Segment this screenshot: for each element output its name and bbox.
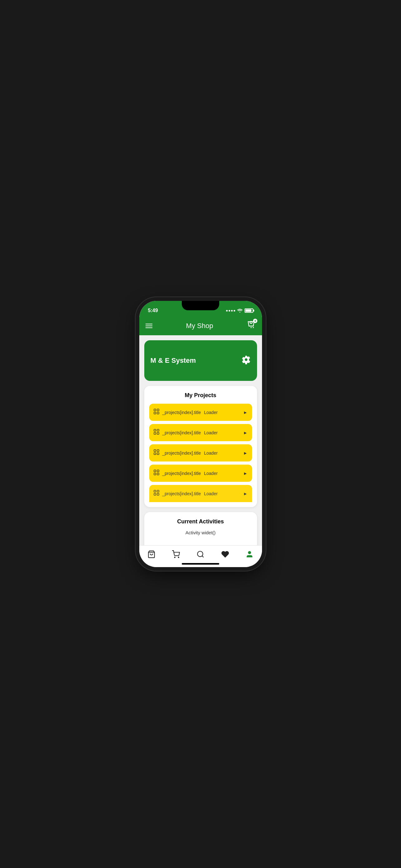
svg-rect-3 <box>154 409 156 411</box>
svg-rect-21 <box>154 493 156 495</box>
project-loader: Loader <box>204 491 218 496</box>
cart-icon <box>172 550 180 560</box>
svg-point-0 <box>251 327 252 328</box>
svg-rect-7 <box>154 429 156 431</box>
project-item-left: _projects[index].title Loader <box>154 490 218 497</box>
status-icons <box>226 308 253 313</box>
hamburger-menu-button[interactable] <box>145 324 153 328</box>
project-item-partial[interactable]: _projects[index].title Loader ► <box>149 485 252 502</box>
basket-icon <box>147 550 156 560</box>
project-title-group: _projects[index].title Loader <box>162 430 218 435</box>
project-arrow-icon: ► <box>243 451 248 456</box>
projects-section: My Projects _projects <box>144 386 257 507</box>
project-loader: Loader <box>204 471 218 476</box>
svg-point-26 <box>197 551 203 556</box>
svg-rect-9 <box>154 432 156 434</box>
project-title: _projects[index].title <box>162 430 201 435</box>
project-title-group: _projects[index].title Loader <box>162 410 218 415</box>
svg-rect-20 <box>157 490 159 492</box>
nav-profile-button[interactable] <box>240 548 259 563</box>
svg-rect-8 <box>157 429 159 431</box>
svg-rect-22 <box>157 493 159 495</box>
project-item-left: _projects[index].title Loader <box>154 409 218 416</box>
svg-point-1 <box>253 327 254 328</box>
project-arrow-icon: ► <box>243 491 248 496</box>
nav-search-button[interactable] <box>192 548 209 563</box>
nav-favorites-button[interactable] <box>216 548 234 563</box>
svg-rect-18 <box>157 473 159 475</box>
svg-rect-10 <box>157 432 159 434</box>
status-bar: 5:49 <box>139 301 262 316</box>
nav-cart-button[interactable] <box>167 548 185 563</box>
heart-icon <box>221 550 229 560</box>
project-item[interactable]: _projects[index].title Loader ► <box>149 424 252 441</box>
project-grid-icon <box>154 490 159 497</box>
wifi-icon <box>237 308 243 313</box>
search-icon <box>196 550 205 560</box>
cart-badge: 0 <box>253 319 257 323</box>
project-loader: Loader <box>204 430 218 435</box>
svg-point-25 <box>178 557 179 557</box>
status-time: 5:49 <box>148 308 158 313</box>
me-system-card: M & E System <box>144 340 257 381</box>
battery-icon <box>244 308 253 313</box>
svg-rect-13 <box>154 453 156 455</box>
home-indicator <box>182 563 219 565</box>
svg-rect-19 <box>154 490 156 492</box>
activity-widget-text: Activity widet() <box>149 530 252 535</box>
project-grid-icon <box>154 470 159 477</box>
header-title: My Shop <box>186 322 213 330</box>
project-title-group: _projects[index].title Loader <box>162 471 218 476</box>
project-item[interactable]: _projects[index].title Loader ► <box>149 465 252 482</box>
project-item[interactable]: _projects[index].title Loader ► <box>149 404 252 421</box>
phone-frame: 5:49 <box>139 301 262 567</box>
project-grid-icon <box>154 429 159 436</box>
project-arrow-icon: ► <box>243 430 248 435</box>
activities-section: Current Activities Activity widet() <box>144 512 257 545</box>
svg-rect-16 <box>157 470 159 472</box>
profile-icon <box>245 550 254 560</box>
project-arrow-icon: ► <box>243 471 248 476</box>
svg-rect-14 <box>157 453 159 455</box>
svg-rect-17 <box>154 473 156 475</box>
notch <box>182 301 219 310</box>
cart-header-button[interactable]: 0 <box>247 320 256 331</box>
svg-line-27 <box>202 556 204 557</box>
project-item[interactable]: _projects[index].title Loader ► <box>149 444 252 462</box>
svg-rect-15 <box>154 470 156 472</box>
svg-point-24 <box>175 557 175 557</box>
project-loader: Loader <box>204 451 218 456</box>
signal-icon <box>226 310 235 312</box>
gear-icon[interactable] <box>241 355 251 367</box>
main-content: M & E System My Projects <box>139 335 262 545</box>
app-header: My Shop 0 <box>139 316 262 335</box>
project-items-list: _projects[index].title Loader ► <box>149 404 252 502</box>
project-item-left: _projects[index].title Loader <box>154 470 218 477</box>
project-title-group: _projects[index].title Loader <box>162 451 218 456</box>
project-arrow-icon: ► <box>243 410 248 415</box>
project-title: _projects[index].title <box>162 471 201 476</box>
project-title: _projects[index].title <box>162 451 201 456</box>
project-loader: Loader <box>204 410 218 415</box>
project-grid-icon <box>154 449 159 457</box>
svg-point-28 <box>248 551 251 554</box>
me-system-title: M & E System <box>151 356 196 365</box>
svg-rect-11 <box>154 450 156 452</box>
svg-rect-6 <box>157 412 159 414</box>
project-title: _projects[index].title <box>162 491 201 496</box>
nav-basket-button[interactable] <box>142 548 161 563</box>
svg-rect-5 <box>154 412 156 414</box>
project-item-left: _projects[index].title Loader <box>154 429 218 436</box>
project-item-left: _projects[index].title Loader <box>154 449 218 457</box>
project-title: _projects[index].title <box>162 410 201 415</box>
project-title-group: _projects[index].title Loader <box>162 491 218 496</box>
projects-section-title: My Projects <box>149 392 252 399</box>
project-grid-icon <box>154 409 159 416</box>
svg-rect-4 <box>157 409 159 411</box>
activities-section-title: Current Activities <box>149 518 252 525</box>
svg-rect-12 <box>157 450 159 452</box>
